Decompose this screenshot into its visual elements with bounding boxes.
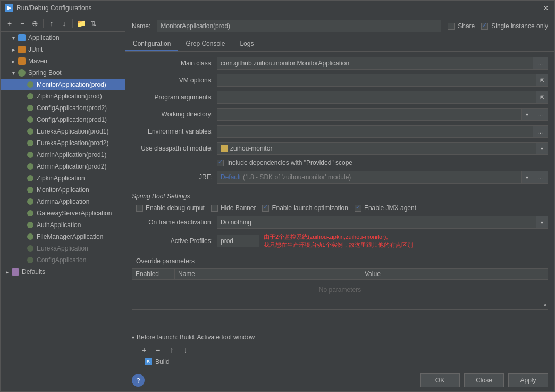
params-table-body: No parameters <box>132 280 548 301</box>
expand-arrow: ▸ <box>9 45 18 54</box>
share-area: Share <box>448 22 475 30</box>
name-field[interactable] <box>157 20 441 32</box>
working-dir-browse-button[interactable]: … <box>533 108 548 121</box>
enable-jmx-checkbox[interactable] <box>355 205 361 212</box>
working-dir-input-area: ▾ … <box>217 108 548 121</box>
sidebar-item-eureka-prod2[interactable]: ▸ EurekaApplication(prod2) <box>1 137 125 149</box>
run-icon <box>26 232 35 241</box>
single-instance-label: Single instance only <box>491 22 548 30</box>
table-scrollbar[interactable]: » <box>132 301 548 310</box>
active-profiles-row: Active Profiles: 由于2个监控系统(zuihou-zipkin,… <box>132 233 548 249</box>
main-class-field[interactable] <box>217 57 533 70</box>
enable-launch-checkbox[interactable] <box>262 205 269 212</box>
env-vars-input-area: … <box>217 125 548 138</box>
share-checkbox[interactable] <box>448 23 455 30</box>
close-icon[interactable]: ✕ <box>542 4 550 12</box>
expand-arrow: ▾ <box>9 69 18 77</box>
before-launch-items: B Build <box>132 358 548 365</box>
before-launch-move-up-button[interactable]: ↑ <box>166 344 178 356</box>
jre-browse-button[interactable]: … <box>533 171 548 184</box>
env-vars-browse-button[interactable]: … <box>533 125 548 138</box>
program-args-expand-button[interactable]: ⇱ <box>536 91 548 104</box>
include-deps-checkbox[interactable] <box>217 160 224 166</box>
before-launch-remove-button[interactable]: − <box>152 344 164 356</box>
main-class-input-area: … <box>217 57 548 70</box>
run-icon <box>26 256 35 264</box>
on-frame-input-area: Do nothing ▾ <box>217 216 548 229</box>
sidebar-item-admin-prod1[interactable]: ▸ AdminApplication(prod1) <box>1 149 125 161</box>
jre-dropdown-button[interactable]: ▾ <box>522 171 533 184</box>
tab-grep-console[interactable]: Grep Console <box>178 37 232 51</box>
maven-icon <box>18 57 26 65</box>
single-instance-checkbox[interactable] <box>481 23 488 30</box>
active-profiles-field[interactable] <box>217 235 259 247</box>
before-launch-toggle[interactable]: ▾ <box>132 335 134 340</box>
run-icon <box>26 127 35 136</box>
program-args-row: Program arguments: ⇱ <box>132 91 548 104</box>
working-dir-label: Working directory: <box>132 111 217 118</box>
move-up-button[interactable]: ↑ <box>46 18 57 29</box>
sidebar-item-config-prod2[interactable]: ▸ ConfigApplication(prod2) <box>1 102 125 114</box>
enable-debug-area[interactable]: Enable debug output <box>136 204 205 212</box>
before-launch-add-button[interactable]: + <box>138 344 150 356</box>
ok-button[interactable]: OK <box>420 373 460 387</box>
enable-jmx-area[interactable]: Enable JMX agent <box>355 204 416 212</box>
run-icon <box>26 174 35 182</box>
add-config-button[interactable]: + <box>4 18 15 29</box>
sidebar-item-config-prod1[interactable]: ▸ ConfigApplication(prod1) <box>1 114 125 126</box>
tab-configuration[interactable]: Configuration <box>125 37 178 51</box>
sidebar-item-admina[interactable]: ▸ AdminaApplication <box>1 196 125 207</box>
hide-banner-label: Hide Banner <box>221 204 256 212</box>
before-launch-move-down-button[interactable]: ↓ <box>180 344 191 356</box>
move-down-button[interactable]: ↓ <box>58 18 70 29</box>
remove-config-button[interactable]: − <box>16 18 28 29</box>
apply-button[interactable]: Apply <box>508 373 548 387</box>
help-button[interactable]: ? <box>132 374 145 387</box>
sidebar-item-label: Spring Boot <box>28 69 62 77</box>
sidebar-item-config-disabled[interactable]: ▸ ConfigApplication <box>1 254 125 266</box>
copy-config-button[interactable]: ⊕ <box>29 18 41 29</box>
sidebar-item-filemanager[interactable]: ▸ FileManagerApplication <box>1 231 125 243</box>
program-args-field[interactable] <box>217 91 536 104</box>
application-icon <box>18 34 26 42</box>
sidebar-item-eureka-disabled[interactable]: ▸ EurekaApplication <box>1 243 125 254</box>
sidebar-item-zipkin-prod[interactable]: ▸ ZipkinApplication(prod) <box>1 90 125 102</box>
sidebar-item-maven[interactable]: ▸ Maven <box>1 55 125 67</box>
main-class-browse-button[interactable]: … <box>533 57 548 70</box>
sort-button[interactable]: ⇅ <box>88 18 99 29</box>
working-dir-dropdown-button[interactable]: ▾ <box>522 108 533 121</box>
sidebar-item-label: ZipkinApplication <box>37 174 85 182</box>
on-frame-dropdown-button[interactable]: ▾ <box>536 216 548 229</box>
folder-button[interactable]: 📁 <box>75 18 87 29</box>
env-vars-field[interactable] <box>217 125 533 138</box>
sidebar-item-label: FileManagerApplication <box>37 233 103 240</box>
col-enabled: Enabled <box>132 269 175 279</box>
sidebar-item-junit[interactable]: ▸ JUnit <box>1 44 125 55</box>
params-table-header: Enabled Name Value <box>132 268 548 280</box>
working-dir-field[interactable] <box>217 108 522 121</box>
scroll-right-icon[interactable]: » <box>543 302 546 308</box>
enable-debug-checkbox[interactable] <box>136 205 143 212</box>
sidebar-item-auth[interactable]: ▸ AuthApplication <box>1 219 125 231</box>
classpath-dropdown-button[interactable]: ▾ <box>536 142 548 155</box>
hide-banner-checkbox[interactable] <box>211 205 218 212</box>
sidebar-item-eureka-prod1[interactable]: ▸ EurekaApplication(prod1) <box>1 126 125 137</box>
vm-options-expand-button[interactable]: ⇱ <box>536 74 548 87</box>
sidebar-item-label: Application <box>28 34 60 41</box>
sidebar-item-defaults[interactable]: ▸ Defaults <box>1 266 125 278</box>
sidebar-item-admin-prod2[interactable]: ▸ AdminApplication(prod2) <box>1 161 125 172</box>
sidebar-item-monitor-prod[interactable]: ▸ MonitorApplication(prod) <box>1 79 125 90</box>
sidebar-item-zipkin[interactable]: ▸ ZipkinApplication <box>1 172 125 184</box>
sidebar-item-spring-boot[interactable]: ▾ Spring Boot <box>1 67 125 79</box>
sidebar-item-gateway[interactable]: ▸ GatewayServerApplication <box>1 207 125 219</box>
close-button[interactable]: Close <box>464 373 504 387</box>
vm-options-field[interactable] <box>217 74 536 87</box>
enable-debug-label: Enable debug output <box>146 204 205 212</box>
tab-logs[interactable]: Logs <box>232 37 261 51</box>
sidebar-item-monitor[interactable]: ▸ MonitorApplication <box>1 184 125 196</box>
config-tree[interactable]: ▾ Application ▸ JUnit ▸ <box>1 32 125 391</box>
hide-banner-area[interactable]: Hide Banner <box>211 204 256 212</box>
on-frame-row: On frame deactivation: Do nothing ▾ <box>132 216 548 229</box>
enable-launch-area[interactable]: Enable launch optimization <box>262 204 348 212</box>
sidebar-item-application[interactable]: ▾ Application <box>1 32 125 44</box>
